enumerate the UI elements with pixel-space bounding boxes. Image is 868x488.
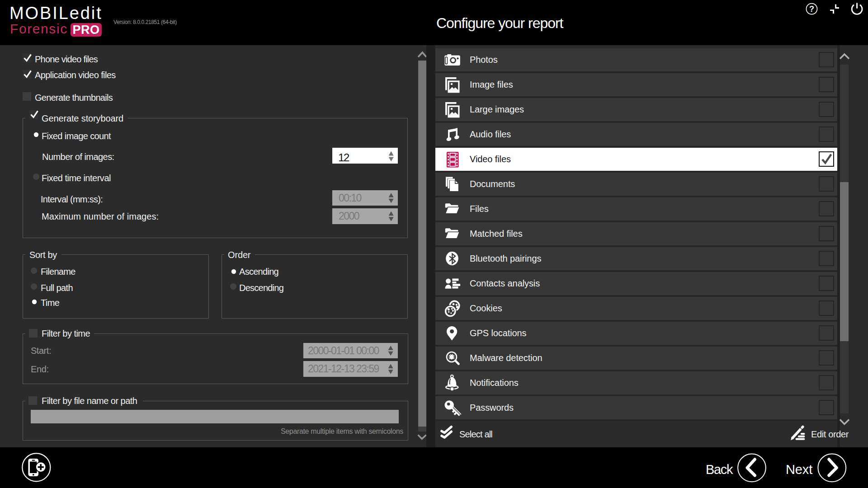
svg-text:?: ? xyxy=(809,5,814,14)
